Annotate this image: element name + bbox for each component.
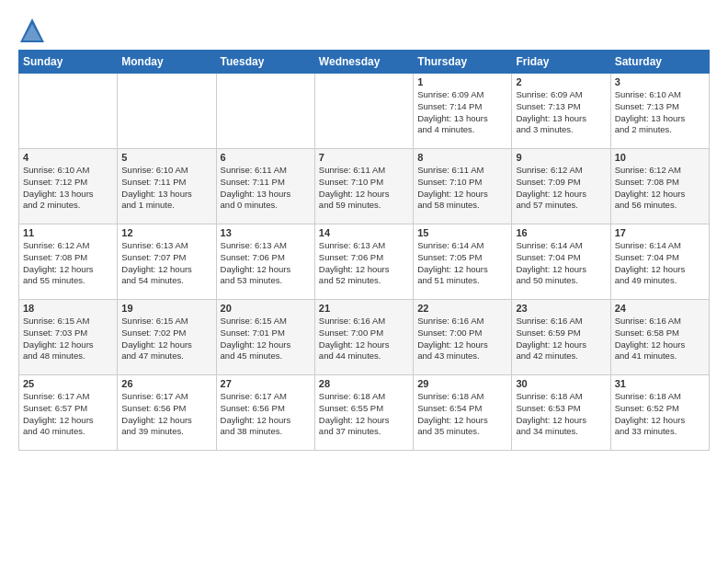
day-info-line: Sunrise: 6:12 AM [615,165,705,177]
day-info-line: Daylight: 12 hours [615,339,705,351]
week-row-4: 18Sunrise: 6:15 AMSunset: 7:03 PMDayligh… [19,300,710,375]
day-info-line: Sunset: 7:08 PM [615,177,705,189]
day-info-line: Sunset: 7:09 PM [516,177,606,189]
day-info-line: Sunrise: 6:17 AM [121,391,211,403]
day-info-line: Daylight: 12 hours [615,189,705,201]
column-header-monday: Monday [118,51,216,74]
day-info-line: Sunset: 7:00 PM [319,327,409,339]
calendar-cell: 12Sunrise: 6:13 AMSunset: 7:07 PMDayligh… [118,224,216,300]
day-info-line: Sunrise: 6:16 AM [516,316,606,327]
day-number: 21 [319,303,409,314]
calendar-cell: 26Sunrise: 6:17 AMSunset: 6:56 PMDayligh… [118,375,216,451]
day-info-line: Daylight: 12 hours [221,339,311,351]
day-info-line: Daylight: 12 hours [615,415,705,427]
day-number: 28 [319,378,409,389]
day-info-line: and 2 minutes. [615,124,705,136]
header [18,17,710,44]
day-info-line: Sunrise: 6:18 AM [417,391,507,403]
day-info-line: Sunrise: 6:12 AM [516,165,606,177]
calendar-cell: 24Sunrise: 6:16 AMSunset: 6:58 PMDayligh… [610,300,709,375]
day-number: 18 [23,303,113,314]
calendar-cell: 17Sunrise: 6:14 AMSunset: 7:04 PMDayligh… [610,224,709,300]
calendar-cell: 18Sunrise: 6:15 AMSunset: 7:03 PMDayligh… [19,300,118,375]
day-info-line: Sunset: 7:10 PM [417,177,507,189]
day-info-line: and 1 minute. [121,200,211,212]
day-number: 25 [23,378,113,389]
day-info-line: Sunset: 7:06 PM [221,252,311,264]
day-info-line: Sunrise: 6:14 AM [615,240,705,252]
day-info-line: and 50 minutes. [516,275,606,287]
day-info-line: Sunset: 7:02 PM [121,327,211,339]
day-info-line: Daylight: 12 hours [221,415,311,427]
day-info-line: and 52 minutes. [319,275,409,287]
day-info-line: Sunrise: 6:13 AM [221,240,311,252]
day-info-line: Sunset: 7:11 PM [121,177,211,189]
column-header-saturday: Saturday [610,51,709,74]
day-info-line: Daylight: 12 hours [23,339,113,351]
day-info-line: Daylight: 12 hours [23,264,113,276]
day-info-line: and 56 minutes. [615,200,705,212]
day-info-line: Sunset: 6:54 PM [417,403,507,415]
calendar-cell: 2Sunrise: 6:09 AMSunset: 7:13 PMDaylight… [512,74,610,149]
calendar-cell: 8Sunrise: 6:11 AMSunset: 7:10 PMDaylight… [414,149,512,224]
day-info-line: Sunset: 7:12 PM [23,177,113,189]
day-info-line: Daylight: 13 hours [221,189,311,201]
column-header-tuesday: Tuesday [216,51,314,74]
day-number: 23 [516,303,606,314]
day-info-line: Sunrise: 6:15 AM [121,316,211,327]
day-info-line: and 38 minutes. [221,426,311,438]
day-number: 26 [121,378,211,389]
day-number: 27 [221,378,311,389]
day-info-line: Daylight: 12 hours [23,415,113,427]
day-info-line: Sunset: 6:57 PM [23,403,113,415]
calendar-cell: 13Sunrise: 6:13 AMSunset: 7:06 PMDayligh… [216,224,314,300]
day-info-line: Sunrise: 6:15 AM [221,316,311,327]
calendar-cell [314,74,413,149]
day-info-line: Daylight: 13 hours [615,113,705,125]
day-number: 20 [221,303,311,314]
day-info-line: Sunset: 6:52 PM [615,403,705,415]
day-info-line: Daylight: 12 hours [516,264,606,276]
day-info-line: Daylight: 13 hours [23,189,113,201]
day-number: 12 [121,227,211,238]
day-info-line: and 51 minutes. [417,275,507,287]
calendar-cell: 20Sunrise: 6:15 AMSunset: 7:01 PMDayligh… [216,300,314,375]
day-info-line: Sunrise: 6:17 AM [221,391,311,403]
day-info-line: Sunset: 7:00 PM [417,327,507,339]
calendar-cell: 21Sunrise: 6:16 AMSunset: 7:00 PMDayligh… [314,300,413,375]
day-info-line: and 37 minutes. [319,426,409,438]
calendar-cell: 29Sunrise: 6:18 AMSunset: 6:54 PMDayligh… [414,375,512,451]
week-row-1: 1Sunrise: 6:09 AMSunset: 7:14 PMDaylight… [19,74,710,149]
calendar-cell: 31Sunrise: 6:18 AMSunset: 6:52 PMDayligh… [610,375,709,451]
day-info-line: Sunset: 6:56 PM [221,403,311,415]
day-info-line: and 59 minutes. [319,200,409,212]
day-info-line: Sunrise: 6:10 AM [23,165,113,177]
day-info-line: and 57 minutes. [516,200,606,212]
week-row-2: 4Sunrise: 6:10 AMSunset: 7:12 PMDaylight… [19,149,710,224]
calendar-cell [216,74,314,149]
day-number: 16 [516,227,606,238]
day-info-line: Sunset: 7:13 PM [615,101,705,113]
day-info-line: Sunrise: 6:14 AM [516,240,606,252]
day-number: 1 [417,76,507,87]
day-info-line: Daylight: 12 hours [221,264,311,276]
day-info-line: Sunrise: 6:09 AM [516,89,606,101]
day-info-line: and 48 minutes. [23,350,113,362]
day-info-line: and 53 minutes. [221,275,311,287]
day-info-line: Sunrise: 6:09 AM [417,89,507,101]
day-info-line: and 41 minutes. [615,350,705,362]
column-header-thursday: Thursday [414,51,512,74]
day-info-line: Sunrise: 6:10 AM [121,165,211,177]
day-info-line: Sunset: 7:04 PM [516,252,606,264]
calendar-cell: 4Sunrise: 6:10 AMSunset: 7:12 PMDaylight… [19,149,118,224]
day-info-line: Sunrise: 6:17 AM [23,391,113,403]
day-info-line: Sunrise: 6:18 AM [319,391,409,403]
week-row-5: 25Sunrise: 6:17 AMSunset: 6:57 PMDayligh… [19,375,710,451]
day-number: 14 [319,227,409,238]
day-info-line: Daylight: 12 hours [516,415,606,427]
day-info-line: Sunset: 7:07 PM [121,252,211,264]
day-info-line: Sunset: 7:01 PM [221,327,311,339]
day-info-line: Sunrise: 6:18 AM [516,391,606,403]
day-info-line: Daylight: 12 hours [615,264,705,276]
day-info-line: Sunrise: 6:16 AM [319,316,409,327]
